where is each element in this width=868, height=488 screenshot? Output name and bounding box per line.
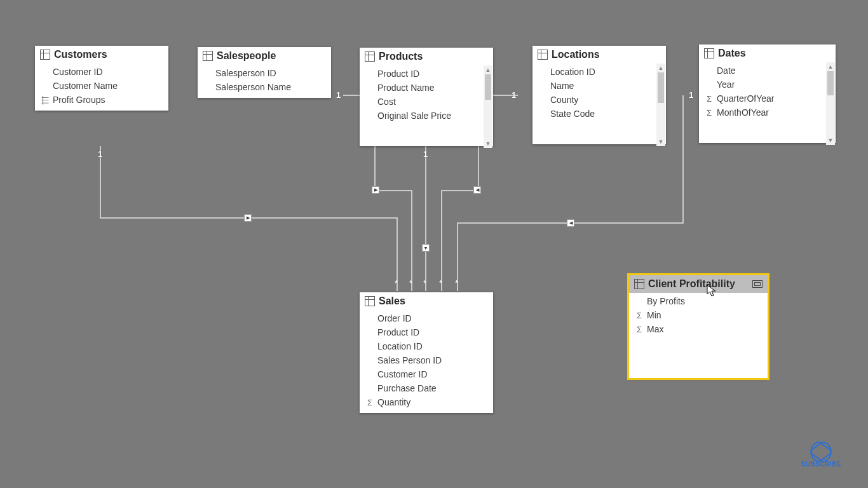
sigma-icon: Σ (634, 325, 644, 334)
cardinality-many: * (423, 278, 426, 288)
field[interactable]: Original Sale Price (360, 109, 493, 123)
field[interactable]: ΣMax (629, 322, 768, 336)
table-sales[interactable]: Sales Order ID Product ID Location ID Sa… (360, 292, 493, 413)
field[interactable]: ΣMin (629, 308, 768, 322)
hierarchy-icon: ⬱ (40, 95, 50, 105)
field[interactable]: Product ID (360, 67, 493, 81)
filter-direction-icon: ◀ (567, 219, 574, 227)
cardinality-many: * (439, 278, 442, 288)
field[interactable]: County (532, 93, 666, 107)
table-title: Products (379, 51, 423, 62)
table-icon (704, 48, 714, 58)
table-header[interactable]: Sales (360, 292, 493, 310)
scroll-up-icon[interactable]: ▲ (826, 62, 835, 71)
filter-direction-icon: ▶ (372, 186, 379, 194)
scroll-thumb[interactable] (658, 72, 664, 103)
dna-icon (810, 444, 832, 459)
field[interactable]: Location ID (532, 65, 666, 79)
scrollbar[interactable]: ▲ ▼ (656, 64, 665, 146)
field-list: Order ID Product ID Location ID Sales Pe… (360, 310, 493, 413)
field[interactable]: Salesperson ID (198, 66, 331, 80)
table-products[interactable]: Products Product ID Product Name Cost Or… (360, 48, 493, 146)
filter-direction-icon: ▶ (244, 214, 252, 222)
table-icon (40, 50, 50, 60)
table-icon (203, 51, 213, 61)
field[interactable]: State Code (532, 107, 666, 121)
field[interactable]: Cost (360, 95, 493, 109)
table-client-profitability[interactable]: Client Profitability By Profits ΣMin ΣMa… (629, 275, 768, 378)
table-title: Dates (718, 48, 746, 59)
table-header[interactable]: Locations (532, 46, 666, 64)
table-header[interactable]: Client Profitability (629, 275, 768, 293)
sigma-icon: Σ (704, 108, 714, 118)
scrollbar[interactable]: ▲ ▼ (484, 65, 492, 148)
field[interactable]: Customer ID (35, 65, 168, 79)
field[interactable]: Date (699, 64, 836, 78)
cardinality-many: * (409, 278, 412, 288)
field[interactable]: Year (699, 78, 836, 92)
table-locations[interactable]: Locations Location ID Name County State … (532, 46, 666, 144)
sigma-icon: Σ (704, 94, 714, 104)
cardinality-one: 1 (98, 149, 102, 159)
table-title: Customers (54, 49, 107, 60)
table-icon (538, 50, 548, 60)
field-list: Customer ID Customer Name ⬱Profit Groups (35, 64, 168, 111)
cardinality-many: * (455, 278, 458, 288)
table-header[interactable]: Salespeople (198, 47, 331, 65)
field[interactable]: Name (532, 79, 666, 93)
filter-direction-icon: ◀ (473, 186, 481, 194)
table-title: Client Profitability (648, 278, 735, 290)
cardinality-many: * (395, 278, 398, 288)
scroll-up-icon[interactable]: ▲ (484, 65, 492, 74)
field[interactable]: Customer Name (35, 79, 168, 93)
table-icon (365, 51, 375, 62)
model-canvas[interactable]: 1 1 1 1 1 ▶ ▶ ▼ ◀ ◀ * * * * * Customers … (0, 0, 868, 488)
scrollbar[interactable]: ▲ ▼ (826, 62, 835, 145)
scroll-up-icon[interactable]: ▲ (656, 64, 665, 72)
table-header[interactable]: Products (360, 48, 493, 65)
field[interactable]: ΣMonthOfYear (699, 105, 836, 119)
cardinality-one: 1 (689, 90, 693, 100)
watermark: SUBSCRIBE (801, 444, 841, 468)
sigma-icon: Σ (365, 398, 375, 407)
field[interactable]: Order ID (360, 311, 493, 325)
sigma-icon: Σ (634, 311, 644, 320)
field[interactable]: ΣQuantity (360, 395, 493, 409)
scroll-down-icon[interactable]: ▼ (656, 137, 665, 146)
table-dates[interactable]: Dates Date Year ΣQuarterOfYear ΣMonthOfY… (699, 44, 836, 143)
scroll-down-icon[interactable]: ▼ (826, 136, 835, 145)
filter-direction-icon: ▼ (422, 244, 430, 252)
field-list: Salesperson ID Salesperson Name (198, 65, 331, 98)
field[interactable]: Product Name (360, 81, 493, 95)
cardinality-one: 1 (423, 149, 428, 159)
field[interactable]: Location ID (360, 339, 493, 353)
table-icon (634, 279, 644, 289)
field[interactable]: Sales Person ID (360, 353, 493, 367)
cardinality-one: 1 (512, 90, 516, 100)
field-list: By Profits ΣMin ΣMax (629, 293, 768, 340)
table-customers[interactable]: Customers Customer ID Customer Name ⬱Pro… (35, 46, 168, 111)
table-icon (365, 296, 375, 306)
scroll-down-icon[interactable]: ▼ (484, 139, 492, 148)
field[interactable]: ⬱Profit Groups (35, 93, 168, 107)
table-salespeople[interactable]: Salespeople Salesperson ID Salesperson N… (198, 47, 331, 98)
cardinality-one: 1 (336, 90, 341, 100)
field-list: Date Year ΣQuarterOfYear ΣMonthOfYear ▲ … (699, 62, 836, 145)
table-header[interactable]: Dates (699, 44, 836, 62)
field-list: Product ID Product Name Cost Original Sa… (360, 65, 493, 148)
scroll-thumb[interactable] (827, 71, 834, 95)
field-list: Location ID Name County State Code ▲ ▼ (532, 64, 666, 146)
field[interactable]: Salesperson Name (198, 80, 331, 94)
table-title: Sales (379, 295, 405, 307)
field[interactable]: Purchase Date (360, 381, 493, 395)
field[interactable]: Product ID (360, 325, 493, 339)
table-title: Salespeople (217, 50, 276, 62)
expand-icon[interactable] (752, 280, 763, 288)
field[interactable]: Customer ID (360, 367, 493, 381)
table-title: Locations (552, 49, 600, 60)
field[interactable]: ΣQuarterOfYear (699, 92, 836, 105)
field[interactable]: By Profits (629, 294, 768, 308)
table-header[interactable]: Customers (35, 46, 168, 64)
scroll-thumb[interactable] (485, 74, 491, 100)
